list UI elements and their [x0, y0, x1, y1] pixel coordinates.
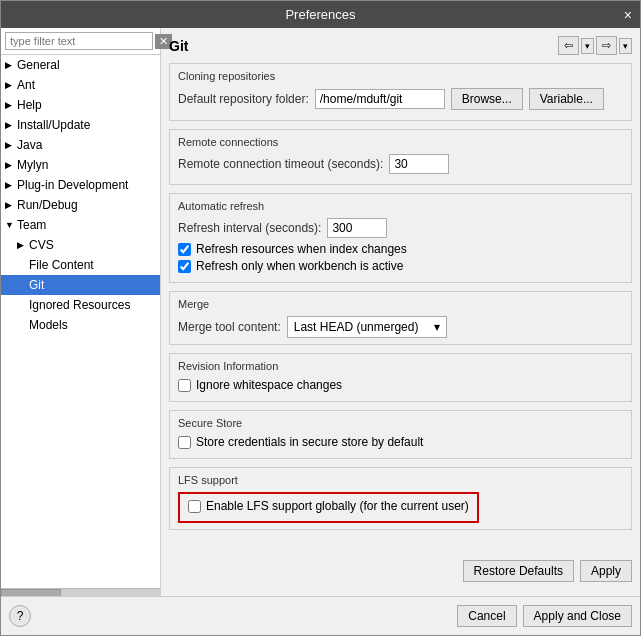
merge-tool-select[interactable]: Last HEAD (unmerged) ▾	[287, 316, 447, 338]
merge-tool-row: Merge tool content: Last HEAD (unmerged)…	[178, 316, 623, 338]
cloning-section: Cloning repositories Default repository …	[169, 63, 632, 121]
secure-store-checkbox[interactable]	[178, 436, 191, 449]
whitespace-label: Ignore whitespace changes	[196, 378, 342, 392]
apply-close-button[interactable]: Apply and Close	[523, 605, 632, 627]
lfs-row: Enable LFS support globally (for the cur…	[188, 499, 469, 513]
bottom-buttons: ? Cancel Apply and Close	[1, 596, 640, 635]
tree: ▶ General ▶ Ant ▶ Help ▶ Install/Update …	[1, 55, 160, 536]
refresh-index-label: Refresh resources when index changes	[196, 242, 407, 256]
arrow-icon: ▶	[5, 180, 17, 190]
sidebar-item-label: CVS	[29, 238, 54, 252]
sidebar-item-cvs[interactable]: ▶ CVS	[1, 235, 160, 255]
interval-label: Refresh interval (seconds):	[178, 221, 321, 235]
whitespace-checkbox[interactable]	[178, 379, 191, 392]
sidebar-item-label: Ant	[17, 78, 35, 92]
sidebar-item-plug-in-development[interactable]: ▶ Plug-in Development	[1, 175, 160, 195]
timeout-input[interactable]	[389, 154, 449, 174]
nav-arrows: ⇦ ▾ ⇨ ▾	[558, 36, 632, 55]
secure-store-label: Secure Store	[178, 417, 623, 429]
arrow-icon	[17, 260, 29, 270]
refresh-index-checkbox[interactable]	[178, 243, 191, 256]
sidebar-item-models[interactable]: Models	[1, 315, 160, 335]
sidebar-item-run-debug[interactable]: ▶ Run/Debug	[1, 195, 160, 215]
merge-tool-label: Merge tool content:	[178, 320, 281, 334]
scrollbar-thumb[interactable]	[1, 589, 61, 596]
arrow-icon: ▶	[5, 120, 17, 130]
nav-back-dropdown[interactable]: ▾	[581, 38, 594, 54]
arrow-icon: ▶	[5, 100, 17, 110]
main-content: ✕ ▶ General ▶ Ant ▶ Help ▶ Install/Updat…	[1, 28, 640, 596]
remote-section: Remote connections Remote connection tim…	[169, 129, 632, 185]
sidebar-item-mylyn[interactable]: ▶ Mylyn	[1, 155, 160, 175]
timeout-row: Remote connection timeout (seconds):	[178, 154, 623, 174]
sidebar-item-help[interactable]: ▶ Help	[1, 95, 160, 115]
nav-back-button[interactable]: ⇦	[558, 36, 579, 55]
refresh-index-row: Refresh resources when index changes	[178, 242, 623, 256]
arrow-icon	[17, 280, 29, 290]
sidebar-item-team[interactable]: ▼ Team	[1, 215, 160, 235]
lfs-highlight-box: Enable LFS support globally (for the cur…	[178, 492, 479, 523]
arrow-icon: ▶	[5, 60, 17, 70]
restore-defaults-button[interactable]: Restore Defaults	[463, 560, 574, 582]
spacer	[169, 538, 632, 560]
filter-input[interactable]	[5, 32, 153, 50]
sidebar-item-install-update[interactable]: ▶ Install/Update	[1, 115, 160, 135]
titlebar: Preferences ×	[1, 1, 640, 28]
auto-refresh-section: Automatic refresh Refresh interval (seco…	[169, 193, 632, 283]
folder-label: Default repository folder:	[178, 92, 309, 106]
sidebar-item-label: Team	[17, 218, 46, 232]
cloning-label: Cloning repositories	[178, 70, 623, 82]
bottom-right-buttons: Cancel Apply and Close	[457, 605, 632, 627]
apply-button[interactable]: Apply	[580, 560, 632, 582]
sidebar-item-git[interactable]: Git	[1, 275, 160, 295]
close-button[interactable]: ×	[624, 8, 632, 22]
sidebar-item-label: Ignored Resources	[29, 298, 130, 312]
arrow-icon: ▼	[5, 220, 17, 230]
sidebar-item-label: Mylyn	[17, 158, 48, 172]
arrow-icon: ▶	[5, 140, 17, 150]
folder-input[interactable]	[315, 89, 445, 109]
sidebar-item-label: Models	[29, 318, 68, 332]
secure-store-row: Store credentials in secure store by def…	[178, 435, 623, 449]
nav-forward-dropdown[interactable]: ▾	[619, 38, 632, 54]
remote-label: Remote connections	[178, 136, 623, 148]
revision-label: Revision Information	[178, 360, 623, 372]
arrow-icon: ▶	[5, 160, 17, 170]
refresh-workbench-label: Refresh only when workbench is active	[196, 259, 403, 273]
sidebar-scrollbar-area	[1, 536, 160, 596]
arrow-icon	[17, 300, 29, 310]
panel-title: Git	[169, 38, 188, 54]
nav-forward-button[interactable]: ⇨	[596, 36, 617, 55]
sidebar-item-label: Java	[17, 138, 42, 152]
apply-row: Restore Defaults Apply	[169, 560, 632, 582]
scrollbar-track[interactable]	[1, 588, 160, 596]
sidebar: ✕ ▶ General ▶ Ant ▶ Help ▶ Install/Updat…	[1, 28, 161, 596]
sidebar-item-label: Plug-in Development	[17, 178, 128, 192]
whitespace-row: Ignore whitespace changes	[178, 378, 623, 392]
help-button[interactable]: ?	[9, 605, 31, 627]
interval-input[interactable]	[327, 218, 387, 238]
sidebar-item-label: General	[17, 58, 60, 72]
cancel-button[interactable]: Cancel	[457, 605, 516, 627]
sidebar-item-java[interactable]: ▶ Java	[1, 135, 160, 155]
variable-button[interactable]: Variable...	[529, 88, 604, 110]
sidebar-item-label: Git	[29, 278, 44, 292]
preferences-window: Preferences × ✕ ▶ General ▶ Ant ▶ H	[0, 0, 641, 636]
sidebar-item-general[interactable]: ▶ General	[1, 55, 160, 75]
sidebar-item-label: Install/Update	[17, 118, 90, 132]
sidebar-item-ignored-resources[interactable]: Ignored Resources	[1, 295, 160, 315]
sidebar-item-ant[interactable]: ▶ Ant	[1, 75, 160, 95]
auto-refresh-label: Automatic refresh	[178, 200, 623, 212]
lfs-check-label: Enable LFS support globally (for the cur…	[206, 499, 469, 513]
timeout-label: Remote connection timeout (seconds):	[178, 157, 383, 171]
sidebar-item-file-content[interactable]: File Content	[1, 255, 160, 275]
merge-section: Merge Merge tool content: Last HEAD (unm…	[169, 291, 632, 345]
lfs-section: LFS support Enable LFS support globally …	[169, 467, 632, 530]
lfs-checkbox[interactable]	[188, 500, 201, 513]
sidebar-item-label: Help	[17, 98, 42, 112]
merge-dropdown-icon: ▾	[434, 320, 440, 334]
window-title: Preferences	[285, 7, 355, 22]
sidebar-item-label: File Content	[29, 258, 94, 272]
browse-button[interactable]: Browse...	[451, 88, 523, 110]
refresh-workbench-checkbox[interactable]	[178, 260, 191, 273]
